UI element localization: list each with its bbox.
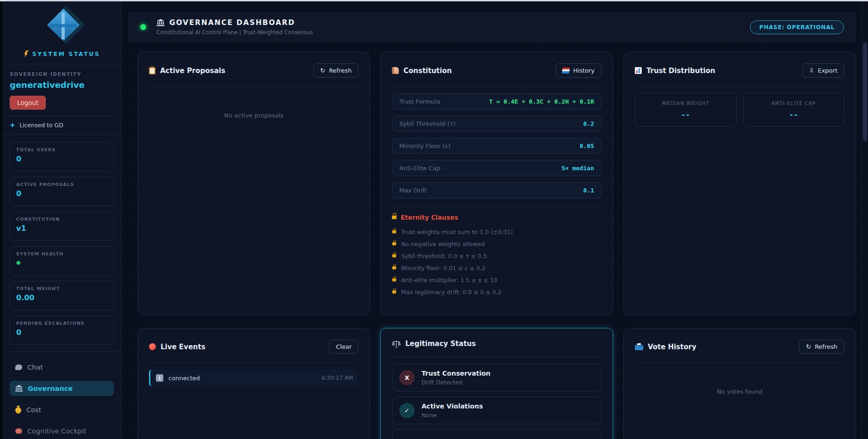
brand-section: SYSTEM STATUS	[2, 1, 121, 64]
scales-icon	[392, 340, 401, 348]
refresh-button[interactable]: ↻ Refresh	[313, 63, 359, 78]
card-title: Constitution	[403, 67, 452, 75]
empty-state-text: No votes found	[635, 370, 844, 395]
lock-icon	[392, 230, 397, 234]
scrollbar-thumb[interactable]	[863, 42, 867, 142]
dashboard-header: GOVERNANCE DASHBOARD Constitutional AI C…	[128, 12, 856, 43]
param-anti-elite-cap: Anti-Elite Cap 5× median	[392, 160, 601, 176]
lightning-icon	[24, 50, 29, 57]
identity-label: SOVEREIGN IDENTITY	[10, 71, 114, 77]
check-icon: ✓	[399, 403, 415, 418]
metric-anti-elite-cap: ANTI-ELITE CAP --	[743, 93, 845, 127]
info-icon: i	[156, 374, 163, 382]
window-top-edge	[0, 0, 868, 1]
stat-total-weight: TOTAL WEIGHT 0.00	[10, 281, 114, 310]
refresh-button[interactable]: ↻ Refresh	[799, 340, 844, 354]
clear-button[interactable]: Clear	[329, 340, 359, 354]
param-minority-floor: Minority Floor (ε) 0.05	[392, 138, 601, 154]
eternity-clause: Minority floor: 0.01 ≤ ε ≤ 0.2	[392, 264, 601, 272]
sidebar-item-cost[interactable]: Cost	[10, 402, 114, 417]
stat-total-users: TOTAL USERS 0	[10, 142, 114, 172]
scroll-icon	[392, 67, 399, 74]
lock-icon	[392, 291, 397, 294]
refresh-icon: ↻	[320, 68, 325, 74]
eternity-clause: Trust weights must sum to 1.0 (±0.01)	[392, 228, 601, 235]
page-title: GOVERNANCE DASHBOARD	[169, 19, 295, 27]
card-title: Active Proposals	[160, 67, 225, 75]
sidebar-item-governance[interactable]: Governance	[10, 381, 114, 396]
stat-constitution: CONSTITUTION v1	[10, 211, 114, 241]
bank-icon	[156, 19, 165, 26]
books-icon	[562, 68, 570, 74]
eternity-clauses-header: Eternity Clauses	[392, 214, 601, 221]
export-button[interactable]: ⇩ Export	[802, 63, 844, 78]
vote-history-card: Vote History ↻ Refresh No votes found	[623, 328, 856, 439]
identity-value: generativedrive	[10, 80, 114, 90]
license-text: Licensed to GD	[19, 122, 63, 129]
status-item-cutoff	[392, 429, 601, 439]
health-dot: ●	[16, 260, 107, 266]
window-left-edge	[0, 1, 2, 439]
bar-chart-icon	[635, 67, 642, 74]
active-proposals-card: Active Proposals ↻ Refresh No active pro…	[137, 52, 370, 315]
live-events-card: Live Events Clear i connected 4:30:17 AM	[137, 328, 370, 439]
page-subtitle: Constitutional AI Control Plane | Trust-…	[156, 29, 313, 36]
event-item: i connected 4:30:17 AM	[149, 370, 359, 386]
eternity-clause: No negative weights allowed	[392, 240, 601, 247]
app-logo	[40, 6, 84, 47]
bank-icon	[15, 385, 23, 392]
divider	[10, 116, 114, 117]
clipboard-icon	[149, 67, 155, 74]
chat-icon	[15, 365, 22, 370]
stat-active-proposals: ACTIVE PROPOSALS 0	[10, 177, 114, 206]
eternity-clause: Sybil threshold: 0.0 ≤ τ ≤ 0.5	[392, 252, 601, 260]
brand-title: SYSTEM STATUS	[32, 50, 100, 57]
page-scrollbar[interactable]	[862, 1, 868, 439]
eternity-clause: Max legitimacy drift: 0.0 ≤ δ ≤ 0.2	[392, 288, 601, 296]
lock-icon	[392, 266, 397, 270]
param-sybil-threshold: Sybil Threshold (τ) 0.2	[392, 116, 601, 132]
eternity-clause: Anti-elite multiplier: 1.5 ≤ x ≤ 10	[392, 276, 601, 284]
stat-pending-escalations: PENDING ESCALATIONS 0	[10, 315, 114, 345]
lock-icon	[392, 254, 397, 258]
money-bag-icon	[15, 408, 21, 414]
trust-distribution-card: Trust Distribution ⇩ Export MEDIAN WEIGH…	[623, 52, 856, 315]
brain-icon	[15, 428, 22, 434]
lock-icon	[392, 278, 397, 282]
refresh-icon: ↻	[806, 344, 811, 350]
sidebar-item-chat[interactable]: Chat	[10, 359, 114, 375]
license-spark-icon	[10, 123, 15, 128]
metric-median-weight: MEDIAN WEIGHT --	[635, 93, 737, 127]
phase-badge[interactable]: PHASE: OPERATIONAL	[750, 20, 844, 34]
status-active-violations: ✓ Active Violations None	[392, 396, 601, 424]
lock-icon	[392, 242, 397, 246]
red-dot-icon	[149, 343, 156, 350]
stats-section: TOTAL USERS 0 ACTIVE PROPOSALS 0 CONSTIT…	[2, 135, 121, 352]
param-max-drift: Max Drift 0.1	[392, 182, 601, 198]
stat-system-health: SYSTEM HEALTH ●	[10, 246, 114, 276]
legitimacy-status-card: Legitimacy Status X Trust Conservation D…	[380, 328, 613, 439]
param-trust-formula: Trust Formula T = 0.4E + 0.3C + 0.2H + 0…	[392, 93, 601, 110]
x-icon: X	[399, 370, 415, 385]
sidebar-item-cognitive-cockpit[interactable]: Cognitive Cockpit	[10, 423, 114, 439]
card-title: Legitimacy Status	[405, 340, 476, 348]
empty-state-text: No active proposals	[149, 93, 359, 119]
card-title: Live Events	[161, 343, 205, 351]
sidebar: SYSTEM STATUS SOVEREIGN IDENTITY generat…	[2, 1, 122, 439]
main-content: GOVERNANCE DASHBOARD Constitutional AI C…	[122, 1, 862, 439]
dashboard-grid: Active Proposals ↻ Refresh No active pro…	[137, 52, 862, 439]
status-trust-conservation: X Trust Conservation Drift Detected	[392, 364, 601, 391]
ballot-box-icon	[635, 343, 643, 350]
card-title: Trust Distribution	[646, 67, 715, 75]
sidebar-nav: Chat Governance Cost Cognitive Cockpit M…	[2, 352, 121, 439]
history-button[interactable]: History	[555, 63, 601, 78]
logout-button[interactable]: Logout	[10, 96, 46, 110]
card-title: Vote History	[648, 343, 696, 351]
constitution-card: Constitution History Trust Formula T = 0…	[380, 52, 613, 315]
online-status-dot	[140, 24, 146, 30]
lock-icon	[392, 216, 397, 219]
export-icon: ⇩	[809, 68, 814, 74]
identity-section: SOVEREIGN IDENTITY generativedrive Logou…	[2, 64, 121, 135]
